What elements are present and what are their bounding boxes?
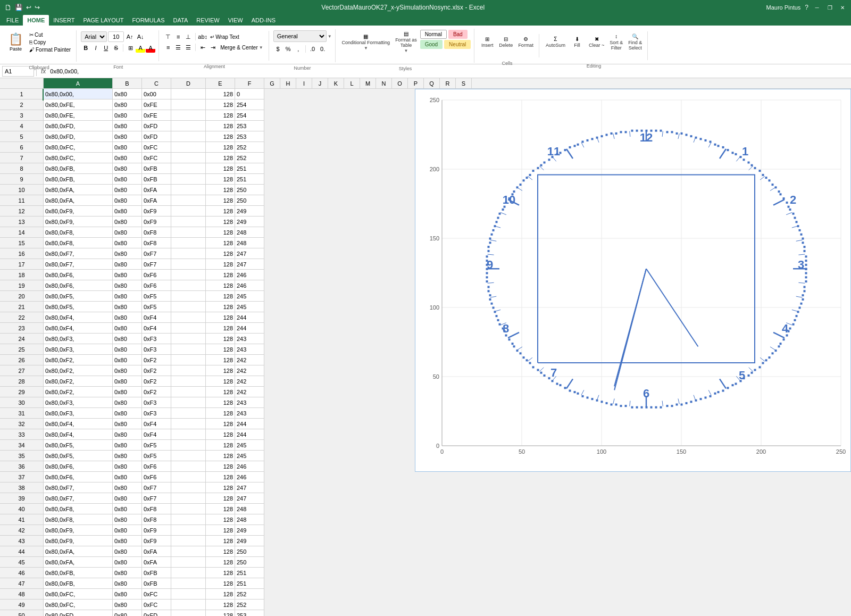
cell-40-2[interactable]: 0x80 xyxy=(113,504,142,514)
cell-15-3[interactable]: 0xF8 xyxy=(142,238,171,248)
cell-28-3[interactable]: 0xF2 xyxy=(142,376,171,387)
cell-28-1[interactable]: 0x80,0xF2, xyxy=(44,376,113,387)
cell-15-4[interactable] xyxy=(171,238,206,248)
col-header-M[interactable]: M xyxy=(360,78,376,88)
row-header-30[interactable]: 30 xyxy=(0,397,43,408)
cell-5-3[interactable]: 0xFD xyxy=(142,131,171,142)
col-header-I[interactable]: I xyxy=(296,78,312,88)
cell-44-5[interactable]: 128 xyxy=(206,546,235,557)
align-middle-button[interactable]: ≡ xyxy=(173,32,183,41)
cell-21-5[interactable]: 128 xyxy=(206,302,235,312)
cell-29-4[interactable] xyxy=(171,387,206,397)
cell-42-3[interactable]: 0xF9 xyxy=(142,525,171,536)
row-header-20[interactable]: 20 xyxy=(0,291,43,302)
cell-38-6[interactable]: 247 xyxy=(235,482,264,493)
cell-4-2[interactable]: 0x80 xyxy=(113,121,142,131)
cell-50-3[interactable]: 0xFD xyxy=(142,610,171,616)
bold-button[interactable]: B xyxy=(81,43,90,53)
cell-33-1[interactable]: 0x80,0xF4, xyxy=(44,429,113,440)
cell-6-1[interactable]: 0x80,0xFC, xyxy=(44,142,113,153)
cell-47-4[interactable] xyxy=(171,578,206,589)
cell-1-5[interactable]: 128 xyxy=(206,89,235,99)
cell-27-2[interactable]: 0x80 xyxy=(113,365,142,376)
ribbon-tab-view[interactable]: VIEW xyxy=(224,15,247,26)
accounting-format-button[interactable]: $ xyxy=(273,44,283,54)
cell-46-3[interactable]: 0xFB xyxy=(142,568,171,578)
cell-25-2[interactable]: 0x80 xyxy=(113,344,142,355)
col-header-A[interactable]: A xyxy=(44,78,113,88)
cell-16-4[interactable] xyxy=(171,248,206,259)
cell-25-4[interactable] xyxy=(171,344,206,355)
cell-7-4[interactable] xyxy=(171,153,206,163)
cell-8-5[interactable]: 128 xyxy=(206,163,235,174)
row-header-40[interactable]: 40 xyxy=(0,504,43,514)
cell-32-6[interactable]: 244 xyxy=(235,419,264,429)
font-size-input[interactable] xyxy=(108,31,124,42)
cell-5-5[interactable]: 128 xyxy=(206,131,235,142)
row-header-15[interactable]: 15 xyxy=(0,238,43,248)
quick-access-undo[interactable]: ↩ xyxy=(26,4,31,11)
cell-2-6[interactable]: 254 xyxy=(235,99,264,110)
cell-30-5[interactable]: 128 xyxy=(206,397,235,408)
cell-24-2[interactable]: 0x80 xyxy=(113,334,142,344)
cell-40-1[interactable]: 0x80,0xF8, xyxy=(44,504,113,514)
cell-23-5[interactable]: 128 xyxy=(206,323,235,334)
cell-20-2[interactable]: 0x80 xyxy=(113,291,142,302)
delete-cells-button[interactable]: ⊟ Delete xyxy=(497,35,515,49)
row-header-35[interactable]: 35 xyxy=(0,451,43,461)
cell-16-1[interactable]: 0x80,0xF7, xyxy=(44,248,113,259)
cell-19-1[interactable]: 0x80,0xF6, xyxy=(44,280,113,291)
cell-44-6[interactable]: 250 xyxy=(235,546,264,557)
cell-38-4[interactable] xyxy=(171,482,206,493)
cell-28-5[interactable]: 128 xyxy=(206,376,235,387)
cell-43-5[interactable]: 128 xyxy=(206,536,235,546)
cell-35-1[interactable]: 0x80,0xF5, xyxy=(44,451,113,461)
row-header-37[interactable]: 37 xyxy=(0,472,43,482)
row-header-14[interactable]: 14 xyxy=(0,227,43,238)
cell-10-4[interactable] xyxy=(171,185,206,195)
cell-23-2[interactable]: 0x80 xyxy=(113,323,142,334)
align-bottom-button[interactable]: ⊥ xyxy=(183,32,193,41)
cell-45-5[interactable]: 128 xyxy=(206,557,235,568)
row-header-26[interactable]: 26 xyxy=(0,355,43,365)
cell-47-2[interactable]: 0x80 xyxy=(113,578,142,589)
cell-26-2[interactable]: 0x80 xyxy=(113,355,142,365)
cell-6-2[interactable]: 0x80 xyxy=(113,142,142,153)
cell-1-2[interactable]: 0x80 xyxy=(113,89,142,99)
cell-5-6[interactable]: 253 xyxy=(235,131,264,142)
cell-7-5[interactable]: 128 xyxy=(206,153,235,163)
row-header-43[interactable]: 43 xyxy=(0,536,43,546)
row-header-24[interactable]: 24 xyxy=(0,334,43,344)
cell-30-4[interactable] xyxy=(171,397,206,408)
cell-41-3[interactable]: 0xF8 xyxy=(142,514,171,525)
decrease-decimal-button[interactable]: 0. xyxy=(318,44,328,54)
cell-37-4[interactable] xyxy=(171,472,206,482)
cell-39-6[interactable]: 247 xyxy=(235,493,264,504)
cell-17-6[interactable]: 247 xyxy=(235,259,264,270)
style-good[interactable]: Good xyxy=(420,40,443,49)
cell-20-4[interactable] xyxy=(171,291,206,302)
comma-button[interactable]: , xyxy=(294,44,303,54)
cell-29-2[interactable]: 0x80 xyxy=(113,387,142,397)
cell-24-4[interactable] xyxy=(171,334,206,344)
cell-15-5[interactable]: 128 xyxy=(206,238,235,248)
percent-button[interactable]: % xyxy=(283,44,293,54)
cell-14-5[interactable]: 128 xyxy=(206,227,235,238)
cell-49-2[interactable]: 0x80 xyxy=(113,600,142,610)
cell-1-4[interactable] xyxy=(171,89,206,99)
cell-6-3[interactable]: 0xFC xyxy=(142,142,171,153)
col-header-O[interactable]: O xyxy=(392,78,408,88)
cell-22-2[interactable]: 0x80 xyxy=(113,312,142,323)
cell-29-3[interactable]: 0xF2 xyxy=(142,387,171,397)
cell-11-1[interactable]: 0x80,0xFA, xyxy=(44,195,113,206)
cell-37-3[interactable]: 0xF6 xyxy=(142,472,171,482)
cell-10-5[interactable]: 128 xyxy=(206,185,235,195)
col-header-F[interactable]: F xyxy=(235,78,264,88)
cell-38-5[interactable]: 128 xyxy=(206,482,235,493)
cell-31-3[interactable]: 0xF3 xyxy=(142,408,171,419)
row-header-17[interactable]: 17 xyxy=(0,259,43,270)
cell-26-3[interactable]: 0xF2 xyxy=(142,355,171,365)
conditional-formatting-button[interactable]: ▦ Conditional Formatting ▼ xyxy=(340,30,393,54)
cell-33-4[interactable] xyxy=(171,429,206,440)
cell-23-1[interactable]: 0x80,0xF4, xyxy=(44,323,113,334)
